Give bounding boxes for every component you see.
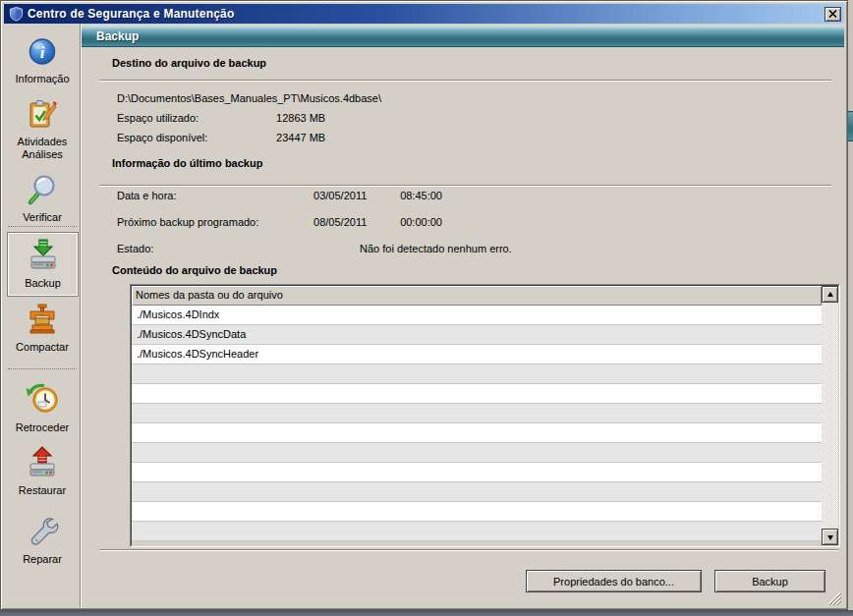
time-value: 00:00:00	[400, 216, 442, 228]
time-value: 08:45:00	[400, 190, 442, 201]
rollback-clock-icon	[6, 381, 79, 420]
separator-line	[99, 549, 838, 551]
file-name: ./Musicos.4DSyncData	[137, 328, 246, 340]
sidebar-label: Análises	[22, 148, 63, 160]
empty-row	[132, 502, 822, 522]
date-value: 03/05/2011	[313, 190, 397, 201]
background-bottom-strip	[0, 610, 853, 616]
background-window-fragment	[848, 111, 853, 141]
database-properties-button[interactable]: Propriedades do banco...	[526, 570, 702, 592]
sidebar-item-restaurar[interactable]: Restaurar	[6, 444, 79, 497]
resize-grip-icon	[827, 591, 841, 605]
status-text: Não foi detectado nenhum erro.	[360, 243, 512, 254]
field-label: Espaço disponível:	[117, 132, 273, 143]
space-free-row: Espaço disponível: 23447 MB	[117, 132, 325, 143]
section-title-last-backup: Informação do último backup	[112, 157, 262, 169]
wrench-icon	[6, 515, 79, 551]
file-row[interactable]: ./Musicos.4DIndx	[132, 306, 822, 325]
file-name: ./Musicos.4DSyncHeader	[137, 348, 258, 360]
column-header-file-names[interactable]: Nomes da pasta ou do arquivo	[132, 286, 822, 306]
sidebar-item-retroceder[interactable]: Retroceder	[6, 381, 79, 434]
sidebar-item-informacao[interactable]: i Informação	[6, 36, 79, 85]
compact-press-icon	[6, 303, 79, 339]
file-list: Nomes da pasta ou do arquivo ./Musicos.4…	[130, 284, 840, 547]
file-row[interactable]: ./Musicos.4DSyncData	[132, 325, 822, 345]
titlebar: Centro de Segurança e Manutenção	[4, 4, 844, 24]
svg-text:i: i	[40, 43, 45, 62]
backup-button[interactable]: Backup	[714, 570, 825, 592]
close-icon	[828, 10, 837, 18]
empty-row	[132, 522, 822, 541]
sidebar-label: Informação	[15, 73, 69, 84]
status-row: Estado: Não foi detectado nenhum erro.	[117, 243, 512, 254]
section-title-destination: Destino do arquivo de backup	[112, 57, 266, 69]
file-name: ./Musicos.4DIndx	[137, 308, 219, 320]
window-title: Centro de Segurança e Manutenção	[28, 7, 825, 21]
space-used-row: Espaço utilizado: 12863 MB	[117, 112, 325, 124]
triangle-up-icon	[827, 289, 833, 297]
restore-drive-icon	[6, 444, 79, 482]
sidebar-label: Restaurar	[19, 484, 66, 496]
sidebar-separator	[8, 368, 77, 369]
separator-line	[99, 80, 831, 82]
field-value: 23447 MB	[276, 132, 325, 143]
close-button[interactable]	[825, 7, 841, 22]
separator-line	[99, 185, 831, 187]
scrollbar-track[interactable]	[822, 303, 838, 529]
info-icon: i	[6, 36, 79, 71]
sidebar-label: Compactar	[16, 341, 69, 353]
background-right-strip	[848, 0, 853, 610]
magnifier-icon	[6, 173, 79, 209]
section-title-content: Conteúdo do arquivo de backup	[112, 264, 277, 276]
field-label: Próximo backup programado:	[117, 216, 311, 228]
sidebar-item-verificar[interactable]: Verificar	[6, 173, 79, 224]
sidebar-label: Backup	[25, 277, 61, 289]
scroll-up-button[interactable]	[822, 286, 838, 303]
empty-row	[132, 364, 822, 384]
field-label: Data e hora:	[117, 190, 311, 201]
sidebar-label: Atividades	[18, 136, 68, 147]
backup-drive-icon	[8, 237, 78, 275]
table-scrollbar[interactable]	[822, 286, 838, 545]
triangle-down-icon	[827, 535, 833, 543]
scroll-down-button[interactable]	[822, 529, 838, 545]
field-label: Espaço utilizado:	[117, 112, 273, 124]
sidebar-item-backup[interactable]: Backup	[7, 232, 79, 297]
main-content: Destino do arquivo de backup D:\Document…	[82, 47, 844, 606]
field-label: Estado:	[117, 243, 311, 254]
sidebar-item-reparar[interactable]: Reparar	[6, 515, 79, 566]
empty-row	[132, 443, 822, 463]
activities-icon	[6, 97, 79, 134]
screen: Centro de Segurança e Manutenção i Info	[0, 0, 853, 616]
column-header-label: Nomes da pasta ou do arquivo	[136, 289, 283, 301]
field-value: 12863 MB	[276, 112, 325, 124]
file-row[interactable]: ./Musicos.4DSyncHeader	[132, 345, 822, 364]
empty-row	[132, 482, 822, 502]
empty-row	[132, 384, 822, 404]
date-value: 08/05/2011	[313, 216, 397, 228]
sidebar-label: Verificar	[23, 211, 62, 223]
next-backup-row: Próximo backup programado: 08/05/2011 00…	[117, 216, 442, 228]
backup-path: D:\Documentos\Bases_Manuales_PT\Musicos.…	[117, 92, 381, 104]
empty-row	[132, 404, 822, 423]
last-backup-datetime-row: Data e hora: 03/05/2011 08:45:00	[117, 190, 442, 201]
sidebar-separator	[8, 226, 77, 227]
sidebar-item-compactar[interactable]: Compactar	[6, 303, 79, 354]
page-title: Backup	[96, 29, 139, 43]
page-banner: Backup	[82, 26, 844, 47]
app-window: Centro de Segurança e Manutenção i Info	[0, 0, 848, 610]
shield-icon	[9, 6, 24, 22]
resize-grip[interactable]	[827, 591, 841, 605]
empty-row	[132, 423, 822, 443]
sidebar-label: Reparar	[23, 553, 62, 565]
sidebar-item-atividades[interactable]: Atividades Análises	[6, 97, 79, 161]
empty-row	[132, 463, 822, 482]
sidebar: i Informação Atividades	[4, 24, 80, 607]
sidebar-label: Retroceder	[16, 421, 69, 433]
